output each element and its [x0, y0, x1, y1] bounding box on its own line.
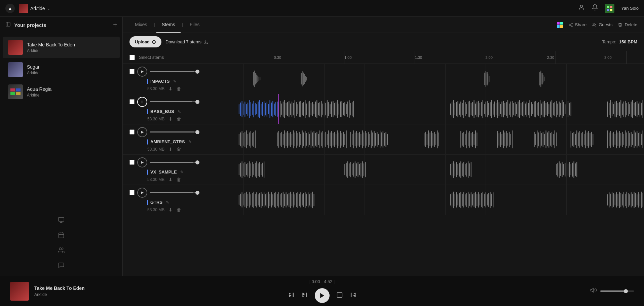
waveform-gtrs[interactable]: [203, 185, 644, 215]
tab-mixes[interactable]: Mixes: [129, 17, 153, 33]
svg-rect-9: [10, 92, 15, 95]
download-icon-ambient-gtrs[interactable]: ⬇: [168, 147, 173, 152]
edit-icon-impacts[interactable]: ✎: [173, 79, 177, 84]
bell-icon[interactable]: [592, 4, 598, 12]
colorful-icons: [557, 22, 563, 28]
delete-icon-vx-sample[interactable]: 🗑: [177, 177, 181, 182]
stem-controls-ambient-gtrs: ▶ AMBIENT_GTRS ✎: [123, 124, 203, 154]
svg-rect-2: [610, 6, 612, 8]
add-project-button[interactable]: +: [113, 22, 117, 28]
delete-button[interactable]: Delete: [618, 22, 637, 27]
download-icon-impacts[interactable]: ⬇: [168, 86, 173, 91]
stems-area: Select stems 0:30 1:00 1:30 2:00 2:30 3:…: [123, 51, 644, 276]
sidebar-item-tmbe[interactable]: Take Me Back To Eden Arktide: [3, 37, 120, 58]
delete-icon-bass-bus[interactable]: 🗑: [177, 116, 181, 122]
loop-button[interactable]: [336, 292, 343, 300]
waveform-ambient-gtrs[interactable]: [203, 124, 644, 154]
forward-button[interactable]: [350, 292, 356, 300]
stem-check-vx-sample[interactable]: [129, 160, 135, 165]
stem-controls-gtrs: ▶ GTRS ✎: [123, 185, 203, 215]
plus-icon: ⊕: [152, 39, 156, 45]
collapse-icon[interactable]: [5, 22, 11, 28]
download-stems-button[interactable]: Download 7 stems: [165, 39, 208, 44]
user-icon[interactable]: [578, 4, 585, 12]
stem-size-bass-bus: 53.30 MB: [147, 117, 164, 121]
tab-files[interactable]: Files: [184, 17, 205, 33]
stem-play-impacts[interactable]: ▶: [137, 67, 147, 77]
download-icon-vx-sample[interactable]: ⬇: [168, 177, 173, 182]
skip-back-button[interactable]: [288, 292, 295, 300]
delete-icon-ambient-gtrs[interactable]: 🗑: [177, 147, 181, 152]
player-center: | 0:00 - 4:52 |: [288, 279, 356, 303]
download-icon-gtrs[interactable]: ⬇: [168, 207, 173, 213]
svg-rect-3: [607, 9, 609, 11]
player-artist: Arktide: [34, 292, 85, 297]
stem-controls-vx-sample: ▶ VX_SAMPLE ✎: [123, 155, 203, 185]
svg-rect-10: [16, 92, 21, 95]
calendar-icon[interactable]: [58, 232, 65, 240]
upload-button[interactable]: Upload ⊕: [129, 36, 161, 47]
projects-list: Take Me Back To Eden Arktide Sugar Arkti…: [0, 33, 122, 211]
stem-play-ambient-gtrs[interactable]: ▶: [137, 127, 147, 137]
monitor-icon[interactable]: [58, 217, 65, 225]
topnav: ▲ Arktide ⌄ Yan Solo: [0, 0, 644, 17]
tempo-label: Tempo:: [602, 39, 616, 44]
sidebar-item-aqua[interactable]: Aqua Regia Arktide: [3, 81, 120, 103]
chat-icon[interactable]: [58, 262, 65, 270]
time-bracket-open: |: [308, 279, 309, 284]
edit-icon-ambient-gtrs[interactable]: ✎: [188, 140, 192, 144]
sidebar-title: Your projects: [14, 22, 110, 28]
stem-play-vx-sample[interactable]: ▶: [137, 157, 147, 167]
svg-rect-590: [337, 292, 342, 297]
stems-scroll[interactable]: ▶ IMPACTS ✎: [123, 64, 644, 276]
project-name-tmbe: Take Me Back To Eden: [27, 42, 75, 47]
tab-sep-2: |: [182, 22, 183, 27]
svg-rect-1: [607, 6, 609, 8]
project-artist-sugar: Arktide: [27, 71, 39, 75]
stem-play-gtrs[interactable]: ▶: [137, 188, 147, 198]
svg-rect-19: [557, 22, 560, 25]
svg-marker-589: [320, 293, 324, 298]
project-info-aqua: Aqua Regia Arktide: [27, 86, 51, 98]
project-selector[interactable]: Arktide ⌄: [19, 4, 50, 13]
svg-rect-8: [16, 88, 21, 91]
timeline: 0:30 1:00 1:30 2:00 2:30 3:00: [203, 51, 644, 64]
volume-slider[interactable]: [600, 291, 634, 292]
delete-icon-gtrs[interactable]: 🗑: [177, 207, 181, 213]
download-icon-bass-bus[interactable]: ⬇: [168, 116, 173, 122]
stem-check-ambient-gtrs[interactable]: [129, 129, 135, 135]
stem-name-impacts: IMPACTS: [150, 79, 170, 84]
sidebar-item-sugar[interactable]: Sugar Arktide: [3, 59, 120, 80]
stem-check-impacts[interactable]: [129, 69, 135, 74]
rewind-button[interactable]: [301, 292, 308, 300]
svg-marker-591: [591, 288, 594, 292]
stem-play-bass-bus[interactable]: ⏸: [137, 97, 147, 107]
people-icon[interactable]: [58, 247, 65, 255]
svg-point-23: [571, 23, 572, 24]
waveform-bass-bus[interactable]: // generated inline bars: [203, 94, 644, 124]
project-thumbnail: [19, 4, 28, 13]
stem-check-bass-bus[interactable]: [129, 99, 135, 104]
waveform-vx-sample[interactable]: [203, 155, 644, 185]
stem-color-bar-impacts: [147, 79, 148, 84]
stem-check-gtrs[interactable]: [129, 190, 135, 195]
delete-icon-impacts[interactable]: 🗑: [177, 86, 181, 91]
tabs-bar: Mixes | Stems | Files Share: [123, 17, 644, 33]
edit-icon-gtrs[interactable]: ✎: [166, 200, 169, 205]
tab-stems[interactable]: Stems: [156, 17, 181, 33]
guests-button[interactable]: Guests: [592, 22, 612, 27]
project-thumb-sugar: [8, 62, 23, 77]
play-pause-button[interactable]: [315, 288, 330, 303]
share-button[interactable]: Share: [568, 22, 587, 27]
edit-icon-bass-bus[interactable]: ✎: [178, 109, 181, 114]
svg-rect-11: [59, 218, 64, 222]
stem-size-vx-sample: 53.30 MB: [147, 177, 164, 182]
tempo-info: Tempo: 150 BPM: [602, 39, 637, 44]
edit-icon-vx-sample[interactable]: ✎: [180, 170, 184, 175]
project-artist-aqua: Arktide: [27, 93, 51, 98]
sidebar: Your projects + Take Me Back To Eden Ark…: [0, 17, 123, 276]
player-info: Take Me Back To Eden Arktide: [34, 285, 85, 297]
waveform-impacts[interactable]: [203, 64, 644, 94]
stem-row-ambient-gtrs: ▶ AMBIENT_GTRS ✎: [123, 124, 644, 155]
select-all-checkbox[interactable]: [129, 55, 135, 60]
